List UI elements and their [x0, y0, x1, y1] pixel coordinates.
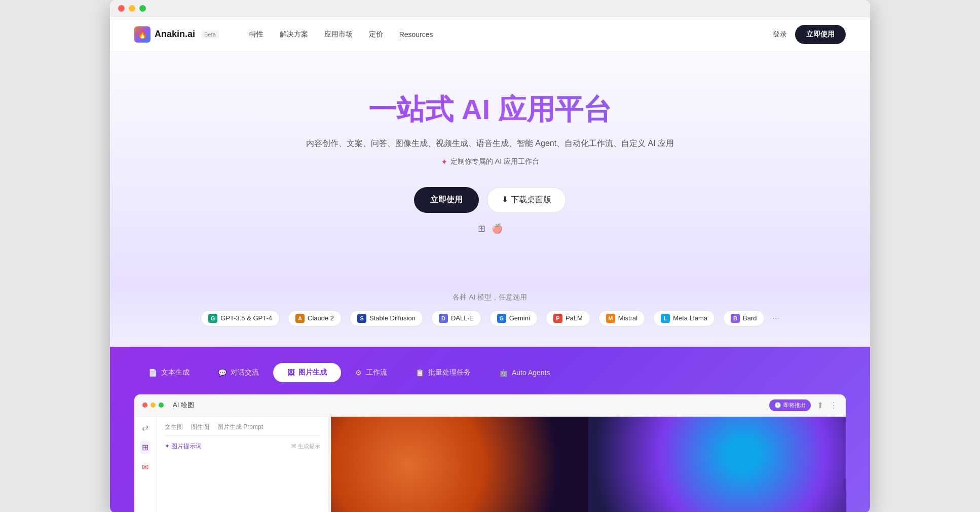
- models-section: 各种 AI 模型，任意选用 G GPT-3.5 & GPT-4 A Claude…: [110, 285, 870, 347]
- apple-icon: 🍎: [492, 223, 503, 234]
- minimize-dot[interactable]: [129, 5, 135, 12]
- tab-image-gen-label: 图片生成: [298, 368, 327, 377]
- claude-icon: A: [295, 314, 305, 323]
- close-dot[interactable]: [118, 5, 125, 12]
- tagline-text: 定制你专属的 AI 应用工作台: [450, 157, 539, 166]
- tab-text-generation[interactable]: 📄 文本生成: [134, 363, 204, 382]
- maximize-dot[interactable]: [139, 5, 146, 12]
- app-sidebar: ⇄ ⊞ ✉: [134, 417, 157, 512]
- model-chip-mistral[interactable]: M Mistral: [598, 310, 645, 326]
- platform-icons: ⊞ 🍎: [134, 223, 846, 234]
- text-gen-icon: 📄: [148, 369, 157, 377]
- llama-icon: L: [661, 314, 670, 323]
- app-titlebar-right: 🕐 即将推出 ⬆ ⋮: [769, 399, 838, 411]
- coming-soon-text: 即将推出: [783, 401, 806, 409]
- nav-item-resources[interactable]: Resources: [399, 30, 433, 39]
- app-left-panel: 文生图 图生图 图片生成 Prompt ✦ 图片提示词 ⌘ 生成提示: [157, 417, 329, 512]
- app-maximize-dot: [159, 403, 164, 408]
- tab-dialogue-label: 对话交流: [231, 368, 259, 377]
- mistral-icon: M: [606, 314, 615, 323]
- app-titlebar-left: AI 绘图: [142, 400, 194, 410]
- subtab-prompt[interactable]: 图片生成 Prompt: [217, 423, 263, 431]
- nav-item-solutions[interactable]: 解决方案: [280, 30, 308, 39]
- claude-label: Claude 2: [308, 314, 334, 322]
- clock-icon: 🕐: [774, 402, 781, 409]
- tab-dialogue[interactable]: 💬 对话交流: [204, 363, 273, 382]
- tabs-row: 📄 文本生成 💬 对话交流 🖼 图片生成 ⚙ 工作流 📋 批量处理任务 🤖: [134, 363, 846, 382]
- nav-item-appmarket[interactable]: 应用市场: [324, 30, 353, 39]
- hero-buttons: 立即使用 ⬇ 下载桌面版: [134, 187, 846, 213]
- model-chip-stable-diffusion[interactable]: S Stable Diffusion: [350, 310, 423, 326]
- prompt-label: ✦ 图片提示词: [165, 442, 202, 451]
- share-icon[interactable]: ⬆: [817, 400, 823, 410]
- model-chip-gemini[interactable]: G Gemini: [489, 310, 538, 326]
- model-chip-llama[interactable]: L Meta Llama: [653, 310, 715, 326]
- cta-button[interactable]: 立即使用: [795, 25, 846, 44]
- hero-tagline: ✦ 定制你专属的 AI 应用工作台: [134, 157, 846, 167]
- subtab-img2img[interactable]: 图生图: [191, 423, 209, 431]
- tab-workflow[interactable]: ⚙ 工作流: [341, 363, 401, 382]
- subtab-text2img[interactable]: 文生图: [165, 423, 183, 431]
- hero-title: 一站式 AI 应用平台: [134, 92, 846, 126]
- tab-agents[interactable]: 🤖 Auto Agents: [485, 363, 564, 382]
- dalle-icon: D: [439, 314, 448, 323]
- swap-icon[interactable]: ⇄: [142, 423, 148, 432]
- mail-icon[interactable]: ✉: [142, 462, 148, 472]
- app-minimize-dot: [150, 403, 156, 408]
- workflow-icon: ⚙: [355, 369, 362, 377]
- gemini-icon: G: [497, 314, 506, 323]
- model-chip-palm[interactable]: P PaLM: [546, 310, 590, 326]
- hero-download-button[interactable]: ⬇ 下载桌面版: [487, 187, 566, 213]
- more-options-icon[interactable]: ⋮: [830, 400, 838, 410]
- logo-icon: 🔥: [134, 26, 150, 43]
- nav-actions: 登录 立即使用: [773, 25, 846, 44]
- app-sub-tabs: 文生图 图生图 图片生成 Prompt: [165, 423, 320, 436]
- image-gen-icon: 🖼: [287, 369, 294, 377]
- logo-area: 🔥 Anakin.ai Beta: [134, 26, 219, 43]
- models-label: 各种 AI 模型，任意选用: [134, 293, 846, 302]
- agents-icon: 🤖: [499, 369, 508, 377]
- prompt-row: ✦ 图片提示词 ⌘ 生成提示: [165, 442, 320, 451]
- coming-soon-badge: 🕐 即将推出: [769, 399, 811, 411]
- app-close-dot: [142, 403, 147, 408]
- app-titlebar: AI 绘图 🕐 即将推出 ⬆ ⋮: [134, 394, 846, 417]
- app-image-area: [331, 417, 846, 512]
- bard-icon: B: [731, 314, 740, 323]
- palm-icon: P: [553, 314, 562, 323]
- hero-cta-button[interactable]: 立即使用: [414, 187, 479, 213]
- bard-label: Bard: [743, 314, 757, 322]
- model-chip-bard[interactable]: B Bard: [723, 310, 764, 326]
- nav-links: 特性 解决方案 应用市场 定价 Resources: [249, 30, 773, 39]
- beta-badge: Beta: [201, 30, 219, 39]
- tab-text-gen-label: 文本生成: [161, 368, 190, 377]
- model-chip-claude[interactable]: A Claude 2: [288, 310, 342, 326]
- models-list: G GPT-3.5 & GPT-4 A Claude 2 S Stable Di…: [134, 310, 846, 326]
- model-chip-dalle[interactable]: D DALL·E: [431, 310, 481, 326]
- nav-item-features[interactable]: 特性: [249, 30, 263, 39]
- navbar: 🔥 Anakin.ai Beta 特性 解决方案 应用市场 定价 Resourc…: [110, 17, 870, 52]
- batch-icon: 📋: [416, 369, 424, 377]
- tab-image-generation[interactable]: 🖼 图片生成: [273, 363, 341, 382]
- grid-icon[interactable]: ⊞: [140, 441, 150, 454]
- gpt-label: GPT-3.5 & GPT-4: [220, 314, 272, 322]
- windows-icon: ⊞: [478, 223, 485, 234]
- app-title: AI 绘图: [173, 400, 194, 410]
- bottom-section: 📄 文本生成 💬 对话交流 🖼 图片生成 ⚙ 工作流 📋 批量处理任务 🤖: [110, 347, 870, 512]
- image-card-2: [588, 417, 846, 512]
- tab-workflow-label: 工作流: [366, 368, 387, 377]
- dialogue-icon: 💬: [218, 369, 227, 377]
- logo-text: Anakin.ai: [155, 29, 195, 40]
- tab-batch[interactable]: 📋 批量处理任务: [401, 363, 485, 382]
- login-button[interactable]: 登录: [773, 30, 787, 39]
- model-chip-gpt[interactable]: G GPT-3.5 & GPT-4: [201, 310, 280, 326]
- tab-agents-label: Auto Agents: [512, 369, 550, 377]
- palm-label: PaLM: [566, 314, 583, 322]
- dalle-label: DALL·E: [451, 314, 474, 322]
- nav-item-pricing[interactable]: 定价: [369, 30, 383, 39]
- browser-window: 🔥 Anakin.ai Beta 特性 解决方案 应用市场 定价 Resourc…: [110, 0, 870, 512]
- hero-subtitle: 内容创作、文案、问答、图像生成、视频生成、语音生成、智能 Agent、自动化工作…: [134, 136, 846, 151]
- mistral-label: Mistral: [618, 314, 637, 322]
- tab-batch-label: 批量处理任务: [428, 368, 471, 377]
- generate-hint: ⌘ 生成提示: [291, 443, 320, 450]
- gpt-icon: G: [208, 314, 217, 323]
